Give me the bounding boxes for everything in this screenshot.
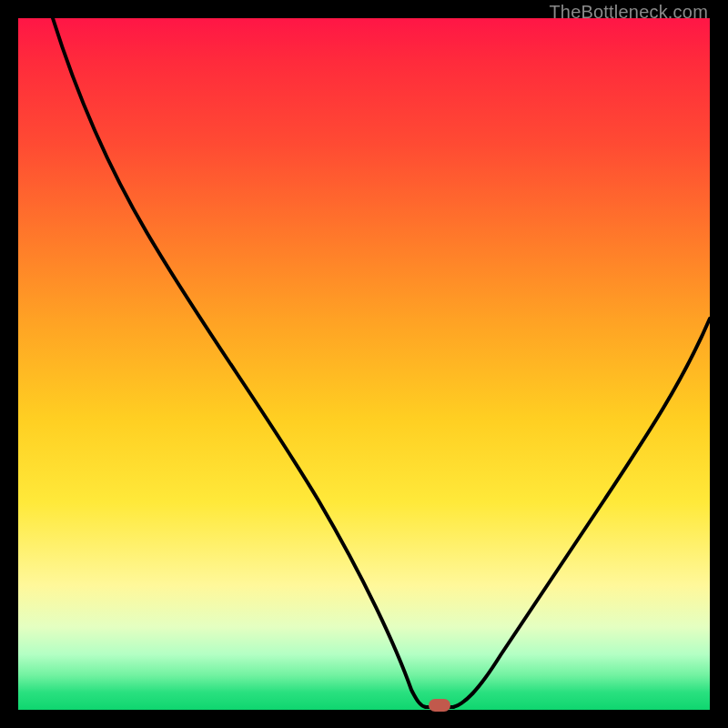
bottleneck-curve [18,18,710,710]
chart-frame: TheBottleneck.com [0,0,728,728]
chart-plot-area [18,18,710,710]
optimal-point-marker [429,699,450,712]
curve-right-branch [453,318,710,707]
curve-left-branch [53,18,426,707]
watermark-text: TheBottleneck.com [549,2,708,23]
